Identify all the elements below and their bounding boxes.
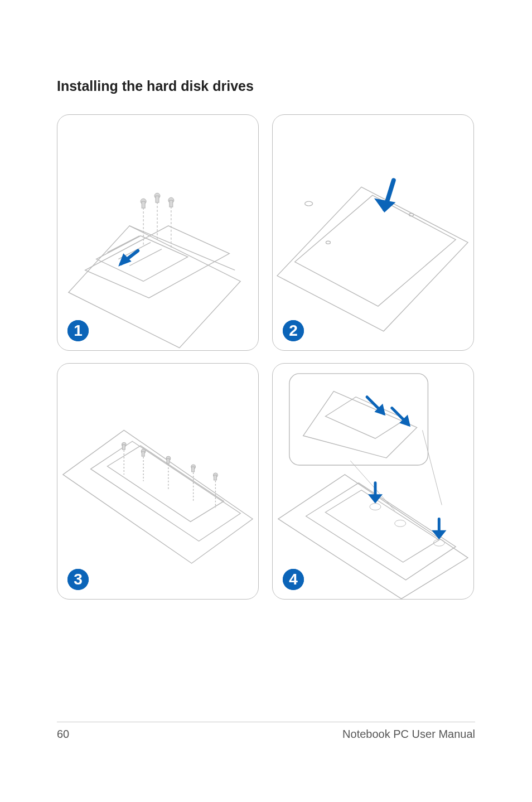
diagram-step-4 (273, 364, 473, 599)
diagram-step-3 (57, 364, 258, 599)
section-heading: Installing the hard disk drives (57, 78, 475, 94)
step-number-badge: 4 (283, 569, 304, 590)
step-panel-1: 1 (57, 114, 259, 351)
svg-rect-18 (214, 475, 216, 480)
step-number-badge: 1 (67, 320, 89, 341)
diagram-step-2 (273, 115, 473, 350)
svg-point-6 (305, 201, 313, 206)
manual-page: Installing the hard disk drives (0, 0, 532, 802)
step-panels: 1 2 (57, 114, 475, 600)
step-panel-4: 4 (272, 363, 474, 600)
step-panel-3: 3 (57, 363, 259, 600)
svg-rect-3 (156, 196, 159, 202)
diagram-step-1 (57, 115, 258, 350)
svg-rect-1 (142, 201, 145, 208)
svg-point-21 (395, 520, 406, 526)
svg-rect-5 (170, 200, 173, 207)
svg-rect-14 (167, 458, 170, 463)
footer-manual-title: Notebook PC User Manual (342, 728, 475, 741)
svg-rect-12 (142, 451, 144, 456)
step-panel-2: 2 (272, 114, 474, 351)
svg-rect-16 (192, 467, 195, 472)
page-footer: 60 Notebook PC User Manual (57, 722, 475, 741)
step-number-badge: 2 (283, 320, 304, 341)
page-number: 60 (57, 728, 69, 741)
step-number-badge: 3 (67, 569, 89, 590)
svg-point-20 (370, 504, 381, 510)
svg-rect-10 (122, 445, 125, 450)
